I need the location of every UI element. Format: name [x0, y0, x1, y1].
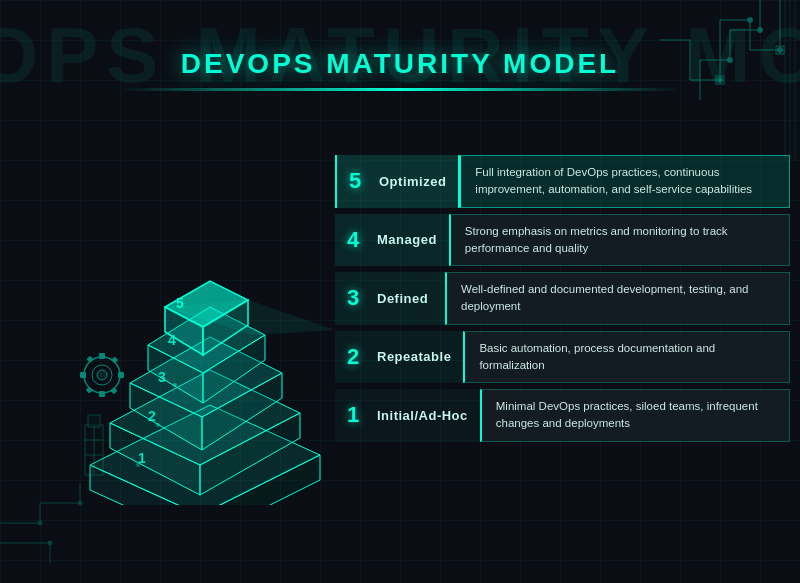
- svg-rect-69: [111, 356, 118, 363]
- level-label-1: 1Initial/Ad-Hoc: [335, 389, 480, 442]
- level-number-4: 4: [347, 227, 369, 253]
- title-underline: [120, 88, 680, 91]
- level-row-4: 4ManagedStrong emphasis on metrics and m…: [335, 214, 790, 267]
- level-name-4: Managed: [377, 232, 437, 247]
- svg-point-64: [97, 370, 107, 380]
- svg-rect-68: [80, 372, 86, 378]
- svg-point-16: [758, 28, 763, 33]
- level-row-1: 1Initial/Ad-HocMinimal DevOps practices,…: [335, 389, 790, 442]
- svg-point-31: [48, 541, 52, 545]
- svg-rect-67: [118, 372, 124, 378]
- level-label-2: 2Repeatable: [335, 331, 463, 384]
- levels-panel: 5OptimizedFull integration of DevOps pra…: [335, 155, 790, 442]
- svg-rect-71: [110, 387, 117, 394]
- svg-rect-65: [99, 353, 105, 359]
- level-row-3: 3DefinedWell-defined and documented deve…: [335, 272, 790, 325]
- svg-point-14: [748, 18, 753, 23]
- svg-point-15: [718, 78, 723, 83]
- level-name-5: Optimized: [379, 174, 446, 189]
- level-row-2: 2RepeatableBasic automation, process doc…: [335, 331, 790, 384]
- level-desc-2: Basic automation, process documentation …: [463, 331, 790, 384]
- level-number-1: 1: [347, 402, 369, 428]
- svg-point-56: [136, 463, 140, 467]
- level-number-5: 5: [349, 168, 371, 194]
- level-number-2: 2: [347, 344, 369, 370]
- circuit-decoration-top-right: [600, 0, 800, 160]
- svg-rect-70: [86, 356, 93, 363]
- level-desc-3: Well-defined and documented development,…: [445, 272, 790, 325]
- svg-point-13: [778, 48, 783, 53]
- level-desc-1: Minimal DevOps practices, siloed teams, …: [480, 389, 790, 442]
- svg-rect-72: [86, 386, 93, 393]
- svg-point-29: [38, 521, 42, 525]
- svg-point-17: [728, 58, 733, 63]
- svg-point-55: [156, 423, 160, 427]
- level-desc-5: Full integration of DevOps practices, co…: [458, 155, 790, 208]
- level-name-2: Repeatable: [377, 349, 451, 364]
- level-label-4: 4Managed: [335, 214, 449, 267]
- staircase-graphic: 1 2 3 4 5: [80, 145, 340, 505]
- level-row-5: 5OptimizedFull integration of DevOps pra…: [335, 155, 790, 208]
- level-label-3: 3Defined: [335, 272, 445, 325]
- svg-point-54: [173, 383, 177, 387]
- level-label-5: 5Optimized: [335, 155, 458, 208]
- level-name-3: Defined: [377, 291, 428, 306]
- level-number-3: 3: [347, 285, 369, 311]
- svg-rect-66: [99, 391, 105, 397]
- level-desc-4: Strong emphasis on metrics and monitorin…: [449, 214, 790, 267]
- level-name-1: Initial/Ad-Hoc: [377, 408, 468, 423]
- main-title: DEVOPS MATURITY MODEL: [181, 48, 619, 80]
